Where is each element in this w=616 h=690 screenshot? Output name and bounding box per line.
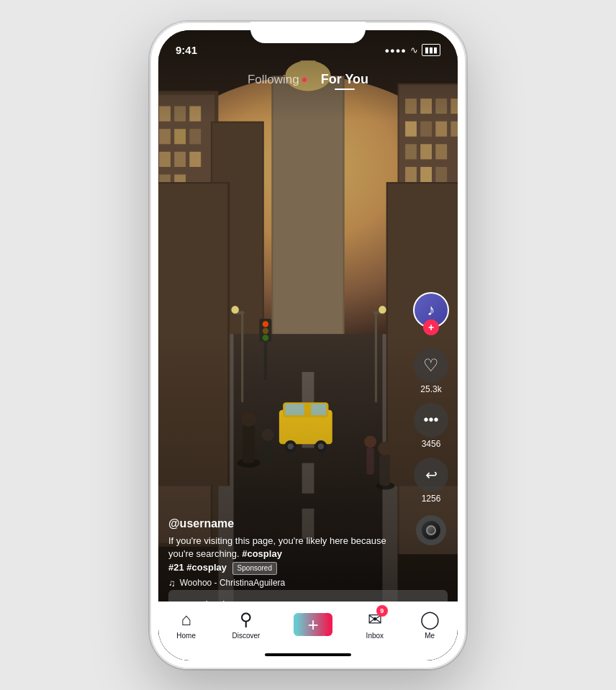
svg-rect-29	[450, 121, 458, 136]
video-info: @username If you're visiting this page, …	[168, 517, 400, 588]
svg-rect-35	[435, 166, 447, 181]
follow-button[interactable]: +	[423, 319, 439, 335]
svg-rect-10	[159, 151, 171, 166]
share-button[interactable]: ↪ 1256	[414, 458, 448, 504]
live-dot	[302, 78, 307, 82]
search-icon: ⚲	[240, 609, 253, 630]
comment-count: 3456	[422, 439, 441, 449]
inbox-label: Inbox	[366, 632, 384, 640]
bottom-nav: ⌂ Home ⚲ Discover + ✉ 9 Inbox	[158, 602, 458, 661]
svg-rect-34	[420, 166, 432, 181]
inbox-icon-container: ✉ 9	[368, 609, 382, 630]
comment-button[interactable]: ••• 3456	[414, 403, 448, 449]
hashtag-21[interactable]: #21	[168, 562, 184, 573]
like-count: 25.3k	[420, 384, 441, 394]
svg-rect-11	[174, 151, 186, 166]
creator-username[interactable]: @username	[168, 517, 400, 530]
inbox-badge: 9	[376, 605, 388, 617]
nav-for-you-tab[interactable]: For You	[321, 72, 368, 87]
svg-rect-9	[189, 129, 201, 144]
nav-header: Following For You	[158, 62, 458, 98]
svg-rect-12	[189, 151, 201, 166]
nav-following-tab[interactable]: Following	[248, 73, 307, 87]
active-tab-underline	[335, 88, 355, 90]
svg-point-81	[379, 306, 386, 314]
share-count: 1256	[422, 494, 441, 504]
music-disc-inner	[426, 525, 436, 535]
hashtag-cosplay[interactable]: #cosplay	[242, 548, 282, 559]
nav-home[interactable]: ⌂ Home	[176, 609, 196, 640]
discover-label: Discover	[232, 632, 261, 640]
svg-rect-33	[405, 166, 417, 181]
add-button[interactable]: +	[296, 613, 330, 636]
tiktok-icon: ♪	[427, 301, 435, 319]
music-title: Woohoo - ChristinaAguilera	[180, 578, 286, 588]
screen: 9:41 ●●●● ∿ ▮▮▮ Following For You	[158, 30, 458, 661]
svg-rect-28	[435, 121, 447, 136]
status-time: 9:41	[176, 44, 197, 56]
svg-point-55	[263, 321, 268, 327]
nav-add[interactable]: +	[296, 613, 330, 636]
video-description: If you're visiting this page, you're lik…	[168, 535, 400, 574]
svg-rect-7	[159, 129, 171, 144]
signal-icon: ●●●●	[384, 46, 407, 55]
phone-frame: 9:41 ●●●● ∿ ▮▮▮ Following For You	[150, 22, 466, 669]
svg-point-78	[231, 306, 239, 314]
svg-rect-26	[405, 121, 417, 136]
nav-profile[interactable]: ◯ Me	[420, 609, 440, 640]
svg-rect-8	[174, 129, 186, 144]
profile-icon: ◯	[420, 609, 440, 630]
home-indicator	[265, 653, 351, 656]
creator-avatar[interactable]: ♪ +	[413, 292, 449, 328]
me-label: Me	[425, 632, 435, 640]
nav-discover[interactable]: ⚲ Discover	[232, 609, 261, 640]
notch	[250, 22, 366, 43]
hashtag-cosplay2[interactable]: #cosplay	[186, 562, 227, 573]
status-icons: ●●●● ∿ ▮▮▮	[384, 44, 440, 56]
share-icon: ↪	[414, 458, 448, 492]
right-actions-panel: ♪ + ♡ 25.3k ••• 3456 ↪	[413, 292, 449, 545]
svg-rect-31	[420, 144, 432, 159]
svg-rect-27	[420, 121, 432, 136]
music-info: ♫ Woohoo - ChristinaAguilera	[168, 578, 400, 589]
nav-inbox[interactable]: ✉ 9 Inbox	[366, 609, 384, 640]
battery-icon: ▮▮▮	[422, 44, 440, 56]
heart-icon: ♡	[414, 348, 448, 383]
music-note-icon: ♫	[168, 578, 176, 589]
wifi-icon: ∿	[410, 45, 418, 55]
svg-rect-32	[435, 144, 447, 159]
home-label: Home	[176, 632, 196, 640]
sponsored-badge: Sponsored	[232, 562, 277, 575]
home-icon: ⌂	[181, 609, 191, 630]
like-button[interactable]: ♡ 25.3k	[414, 348, 448, 394]
svg-point-56	[263, 327, 268, 333]
music-disc[interactable]	[416, 515, 446, 545]
svg-rect-30	[405, 144, 417, 159]
add-button-inner: +	[296, 613, 330, 636]
comment-icon: •••	[414, 403, 448, 437]
